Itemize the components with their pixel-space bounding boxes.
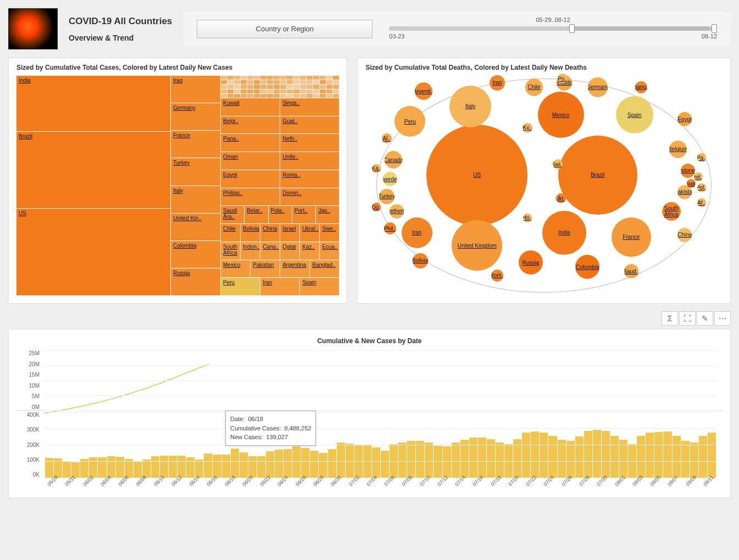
bar[interactable] — [531, 432, 539, 478]
treemap-cell[interactable]: Ukrai.. — [300, 224, 319, 242]
bar[interactable] — [558, 440, 566, 478]
treemap-cell[interactable]: Iran — [260, 278, 299, 295]
treemap-cell[interactable]: China — [260, 224, 280, 242]
combo-chart[interactable]: 25M20M15M10M5M0M 400K300K200K100K0K 05/2… — [16, 350, 723, 490]
bubble-ukr[interactable]: Ukr.. — [556, 193, 566, 203]
bubble-swi[interactable]: Swi.. — [553, 159, 563, 169]
bar[interactable] — [610, 436, 619, 478]
more-button[interactable]: ⋯ — [714, 311, 731, 326]
treemap-cell[interactable]: Roma.. — [280, 170, 339, 188]
bubble-indone[interactable]: Indone.. — [681, 164, 695, 178]
slider-handle-end[interactable] — [712, 24, 717, 33]
treemap-cell[interactable]: Russia — [171, 268, 220, 295]
treemap-cell[interactable]: Bolivia — [241, 224, 260, 242]
treemap-cell[interactable]: Port.. — [292, 206, 315, 223]
bubble-argenti[interactable]: Argenti.. — [415, 82, 432, 100]
bar[interactable] — [416, 441, 424, 478]
edit-button[interactable]: ✎ — [697, 311, 713, 326]
treemap-cell[interactable]: France — [171, 131, 220, 158]
bubble-belgium[interactable]: Belgium — [669, 141, 687, 158]
treemap-cell[interactable]: South Africa — [221, 242, 240, 260]
bar[interactable] — [407, 441, 415, 478]
bar[interactable] — [673, 436, 681, 478]
bubble-spain[interactable]: Spain — [616, 96, 653, 133]
bar[interactable] — [231, 449, 239, 478]
bubble-bolivia[interactable]: Bolivia — [413, 253, 428, 268]
date-range-slider[interactable]: 05-29..08-12 03-23 08-12 — [389, 19, 717, 40]
treemap-cell[interactable]: Philipp.. — [221, 188, 280, 206]
bubble-irel[interactable]: Irel.. — [694, 172, 703, 181]
bubble-unitedkingdom[interactable]: United Kingdom — [452, 220, 502, 271]
treemap-cell[interactable]: Indon.. — [241, 242, 260, 260]
bubble-us[interactable]: US — [426, 125, 527, 226]
bubble-ho[interactable]: Ho.. — [523, 214, 532, 222]
bar[interactable] — [663, 432, 671, 478]
bubble-netherl[interactable]: Netherl.. — [390, 204, 404, 219]
treemap-cell[interactable]: Kuwait — [221, 98, 280, 116]
treemap-cell[interactable]: Domin.. — [280, 188, 339, 206]
bubble-bang[interactable]: Bang.. — [635, 81, 647, 93]
bubble-rom[interactable]: Rom.. — [491, 270, 503, 282]
treemap-cell[interactable]: Qatar — [280, 242, 299, 260]
bubble-iraq[interactable]: Iraq — [490, 75, 505, 91]
aggregate-button[interactable]: Σ — [662, 311, 678, 326]
bubble-italy[interactable]: Italy — [449, 86, 491, 127]
treemap-cell[interactable]: Italy — [171, 186, 220, 213]
slider-handle-start[interactable] — [569, 24, 575, 33]
bar[interactable] — [540, 433, 548, 478]
bar[interactable] — [284, 449, 292, 478]
bubble-phil[interactable]: Phil.. — [384, 222, 396, 234]
bar[interactable] — [452, 443, 460, 478]
bar[interactable] — [584, 431, 592, 478]
treemap-cell[interactable]: Spain — [300, 278, 339, 295]
bubble-france[interactable]: France — [612, 217, 651, 257]
bubble-al[interactable]: Al.. — [382, 133, 392, 143]
bubble-ky[interactable]: Ky.. — [523, 123, 532, 133]
treemap-cell[interactable]: Pakistan — [251, 260, 280, 278]
bubble-iran[interactable]: Iran — [402, 217, 432, 248]
treemap-cell[interactable]: Belar.. — [245, 206, 268, 223]
slider-track[interactable] — [389, 26, 717, 31]
bubble-chile[interactable]: Chile — [525, 79, 543, 96]
treemap-cell[interactable]: Egypt — [221, 170, 280, 188]
bubble-ka[interactable]: Ka.. — [372, 164, 381, 173]
treemap-cell[interactable]: Belgi.. — [221, 116, 280, 134]
bubble-pa[interactable]: Pa.. — [697, 153, 706, 162]
bar[interactable] — [708, 433, 716, 478]
bar[interactable] — [337, 443, 345, 478]
bubble-chart[interactable]: USBrazilMexicoUnited KingdomIndiaItalyFr… — [365, 76, 723, 295]
bar[interactable] — [699, 436, 707, 478]
country-region-button[interactable]: Country or Region — [197, 20, 373, 38]
treemap-cell[interactable]: Neth.. — [280, 134, 339, 152]
bar[interactable] — [593, 430, 601, 478]
bubble-mexico[interactable]: Mexico — [538, 92, 584, 138]
bubble-southafrica[interactable]: South Africa — [662, 202, 681, 221]
bubble-russia[interactable]: Russia — [519, 250, 543, 275]
bubble-gua[interactable]: Gua.. — [687, 179, 696, 188]
bar[interactable] — [496, 443, 504, 478]
treemap-cell[interactable]: Chile — [221, 224, 240, 242]
treemap-cell[interactable]: Oman — [221, 152, 280, 170]
treemap-cell[interactable]: Singa.. — [280, 98, 339, 116]
bubble-india[interactable]: India — [542, 211, 586, 255]
bubble-pol[interactable]: Pol.. — [697, 183, 706, 192]
bubble-colombia[interactable]: Colombia — [575, 255, 599, 279]
treemap-cell[interactable]: Argentina — [280, 260, 309, 278]
treemap-cell[interactable]: India — [16, 76, 170, 131]
bubble-china[interactable]: China — [677, 228, 692, 242]
bar[interactable] — [602, 431, 610, 478]
bubble-brazil[interactable]: Brazil — [558, 136, 637, 215]
bubble-po[interactable]: Po.. — [558, 74, 568, 83]
bubble-egypt[interactable]: Egypt — [677, 112, 692, 126]
treemap-chart[interactable]: IndiaBrazilUS IraqGermanyFranceTurkeyIta… — [16, 76, 339, 295]
bar[interactable] — [575, 436, 584, 478]
treemap-cell[interactable]: United Kin.. — [171, 214, 220, 240]
fullscreen-button[interactable]: ⛶ — [679, 311, 696, 326]
treemap-cell[interactable]: Iraq — [171, 76, 220, 103]
treemap-cell[interactable]: Guat.. — [280, 116, 339, 134]
bubble-af[interactable]: Af.. — [697, 198, 706, 207]
treemap-cell[interactable]: Brazil — [16, 132, 170, 208]
bar[interactable] — [346, 444, 354, 478]
treemap-cell[interactable]: Banglad.. — [310, 260, 339, 278]
treemap-cell[interactable]: Germany — [171, 103, 220, 130]
